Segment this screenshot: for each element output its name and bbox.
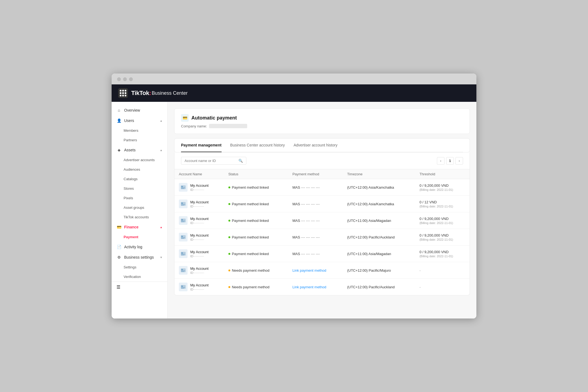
sidebar-item-advertiser-accounts[interactable]: Advertiser accounts (112, 155, 167, 165)
status-text: Payment method linked (232, 235, 269, 239)
app-header: TikTok : Business Center (112, 84, 476, 102)
company-name-value (209, 124, 247, 128)
status-dot (228, 270, 230, 271)
home-icon: ⌂ (117, 108, 121, 113)
svg-rect-1 (181, 186, 183, 187)
svg-rect-13 (181, 236, 183, 237)
sidebar-collapse-button[interactable]: ☰ (112, 281, 167, 292)
table-cell-status: Payment method linked (224, 179, 288, 196)
browser-window: TikTok : Business Center ⌂ Overview 👤 Us… (112, 74, 476, 318)
sidebar-item-pixels[interactable]: Pixels (112, 193, 167, 203)
sidebar: ⌂ Overview 👤 Users ▲ Members Partners ◈ … (112, 102, 168, 318)
status-text: Payment method linked (232, 219, 269, 223)
account-id: ID············· (190, 238, 209, 241)
sidebar-item-assets[interactable]: ◈ Assets ▲ (112, 145, 167, 155)
threshold-value: 0 / 9,200,000 VND (Billing date: 2022-11… (419, 183, 465, 191)
table-cell-account-name: My Account ID············· (174, 279, 224, 295)
svg-rect-17 (181, 252, 183, 254)
grid-dot (120, 90, 121, 91)
sidebar-label-settings: Settings (124, 265, 136, 269)
sidebar-label-partners: Partners (124, 138, 137, 142)
account-avatar (179, 266, 188, 275)
sidebar-item-members[interactable]: Members (112, 126, 167, 135)
sidebar-label-members: Members (124, 128, 138, 133)
table-cell-account-name: My Account ID············· (174, 229, 224, 246)
grid-dot (122, 95, 124, 96)
svg-rect-6 (181, 204, 185, 205)
tab-advertiser-account-history[interactable]: Advertiser account history (293, 139, 337, 152)
table-row: My Account ID············· Payment metho… (174, 229, 470, 246)
table-section: 🔍 ‹ 1 › Account Name Status (174, 152, 470, 295)
sidebar-item-verification[interactable]: Verification (112, 272, 167, 281)
search-box[interactable]: 🔍 (181, 157, 246, 165)
svg-rect-11 (181, 222, 184, 222)
account-avatar-icon (181, 219, 186, 222)
link-payment-button[interactable]: Link payment method (292, 285, 326, 289)
table-cell-payment: MAS ···· ···· ···· ···· (288, 179, 343, 196)
table-cell-threshold: 0 / 9,200,000 VND (Billing date: 2022-11… (415, 246, 470, 262)
sidebar-item-payment[interactable]: Payment (112, 232, 167, 242)
grid-menu-button[interactable] (118, 88, 128, 98)
account-name: My Account (190, 233, 209, 237)
sidebar-label-overview: Overview (124, 108, 140, 112)
sidebar-item-activity-log[interactable]: 📄 Activity log (112, 242, 167, 252)
col-threshold: Threshold (415, 169, 470, 179)
current-page[interactable]: 1 (446, 157, 454, 165)
threshold-main: 0 / 9,200,000 VND (419, 250, 465, 254)
table-row: My Account ID············· Needs payment… (174, 262, 470, 279)
sidebar-item-business-settings[interactable]: ⚙ Business settings ▼ (112, 252, 167, 262)
tab-payment-management[interactable]: Payment management (181, 139, 222, 152)
account-id: ID············· (190, 288, 209, 291)
sidebar-item-finance[interactable]: 💳 Finance ▲ (112, 222, 167, 232)
sidebar-item-asset-groups[interactable]: Asset groups (112, 203, 167, 212)
threshold-main: 0 / 12 VND (419, 200, 465, 204)
threshold-main: 0 / 9,200,000 VND (419, 217, 465, 221)
table-cell-payment: MAS ···· ···· ···· ···· (288, 246, 343, 262)
status-cell: Payment method linked (228, 202, 284, 206)
sidebar-item-settings[interactable]: Settings (112, 262, 167, 272)
sidebar-item-catalogs[interactable]: Catalogs (112, 174, 167, 184)
table-cell-status: Needs payment method (224, 262, 288, 279)
account-cell: My Account ID············· (179, 266, 220, 275)
table-row: My Account ID············· Payment metho… (174, 212, 470, 229)
prev-page-button[interactable]: ‹ (437, 157, 445, 165)
account-id: ID············· (190, 271, 209, 274)
sidebar-item-users[interactable]: 👤 Users ▲ (112, 115, 167, 126)
table-cell-threshold: 0 / 9,200,000 VND (Billing date: 2022-11… (415, 179, 470, 196)
table-row: My Account ID············· Payment metho… (174, 196, 470, 212)
svg-rect-21 (181, 269, 183, 270)
svg-rect-3 (181, 188, 184, 189)
status-text: Needs payment method (232, 268, 270, 272)
timezone-text: (UTC+12:00) Asia/Kamchatka (347, 202, 394, 206)
sidebar-item-partners[interactable]: Partners (112, 135, 167, 145)
next-page-button[interactable]: › (455, 157, 463, 165)
svg-rect-22 (181, 271, 185, 271)
account-id: ID············· (190, 188, 209, 191)
table-cell-status: Payment method linked (224, 196, 288, 212)
sidebar-item-overview[interactable]: ⌂ Overview (112, 105, 167, 115)
sidebar-item-tiktok-accounts[interactable]: TikTok accounts (112, 212, 167, 222)
account-avatar (179, 200, 188, 208)
sidebar-label-audiences: Audiences (124, 167, 140, 171)
account-info: My Account ID············· (190, 283, 209, 291)
account-avatar (179, 183, 188, 192)
table-cell-timezone: (UTC+12:00) Pacific/Auckland (343, 229, 415, 246)
status-cell: Payment method linked (228, 185, 284, 189)
svg-rect-7 (181, 205, 184, 206)
account-avatar-icon (181, 235, 186, 239)
table-header-row: Account Name Status Payment method Timez… (174, 169, 470, 179)
link-payment-button[interactable]: Link payment method (292, 268, 326, 272)
sidebar-item-audiences[interactable]: Audiences (112, 165, 167, 174)
sidebar-item-stores[interactable]: Stores (112, 184, 167, 193)
account-avatar (179, 233, 188, 241)
threshold-sub: (Billing date: 2022-11-01) (419, 188, 465, 191)
threshold-dash: - (419, 268, 421, 272)
svg-rect-19 (181, 255, 184, 255)
account-avatar-icon (181, 185, 186, 189)
status-text: Payment method linked (232, 252, 269, 256)
svg-rect-5 (181, 203, 183, 204)
account-name: My Account (190, 250, 209, 254)
search-input[interactable] (185, 159, 237, 163)
account-avatar (179, 216, 188, 225)
tab-bc-account-history[interactable]: Business Center account history (230, 139, 285, 152)
